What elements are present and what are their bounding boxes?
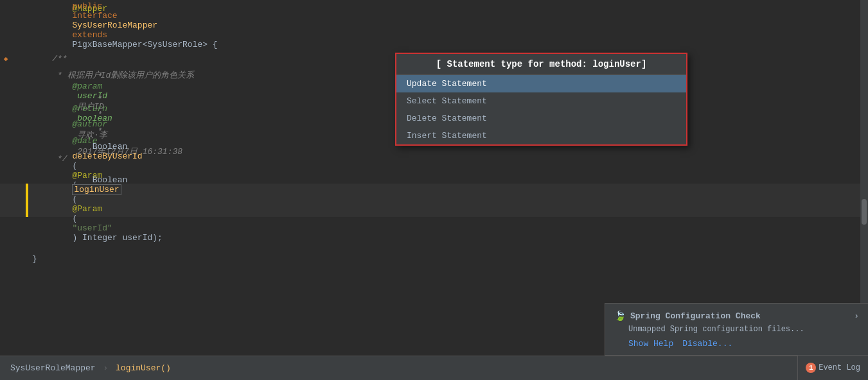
- line-content-15: [26, 238, 37, 247]
- breadcrumb-method: loginUser(): [116, 363, 171, 373]
- line-content-16: }: [26, 254, 37, 264]
- type-boolean-13: Boolean: [72, 175, 132, 185]
- spring-actions-row: Show Help Disable...: [614, 339, 859, 349]
- code-line-13: Boolean loginUser ( @Param ( "userId" ) …: [0, 200, 868, 217]
- spring-notification-panel: 🍃 Spring Configuration Check › Unmapped …: [605, 303, 868, 356]
- gutter-marker-4: ◆: [0, 50, 12, 67]
- line-content-3: [26, 37, 37, 47]
- method-delete: deleteByUserId: [72, 151, 142, 161]
- kw-public: public: [72, 1, 107, 11]
- spring-title-row: 🍃 Spring Configuration Check: [614, 310, 761, 322]
- spring-expand-icon[interactable]: ›: [854, 311, 859, 321]
- kw-interface: interface: [72, 11, 122, 21]
- interface-name: SysUserRoleMapper: [72, 21, 162, 30]
- event-log-badge: 1: [806, 363, 816, 373]
- line-content-14: [26, 221, 37, 230]
- method-login-highlighted: loginUser: [72, 184, 121, 195]
- spring-title-text: Spring Configuration Check: [630, 311, 761, 321]
- event-log-label: Event Log: [819, 363, 860, 372]
- code-line-2: public interface SysUserRoleMapper exten…: [0, 17, 868, 33]
- spring-leaf-icon: 🍃: [614, 310, 626, 322]
- param-ann-13: @Param: [72, 204, 102, 214]
- scrollbar-thumb[interactable]: [862, 199, 867, 225]
- comment-prefix-6: *: [72, 72, 107, 82]
- spring-description: Unmapped Spring configuration files...: [614, 325, 859, 334]
- popup-item-delete[interactable]: Delete Statement: [396, 110, 686, 127]
- event-log-button[interactable]: 1 Event Log: [797, 356, 868, 380]
- code-editor: @Mapper public interface SysUserRoleMapp…: [0, 0, 868, 380]
- code-line-16: }: [0, 250, 868, 267]
- status-bar: SysUserRoleMapper › loginUser() 1 Event …: [0, 356, 868, 380]
- breadcrumb-class: SysUserRoleMapper: [10, 363, 96, 373]
- breadcrumb: SysUserRoleMapper › loginUser(): [10, 363, 171, 373]
- breadcrumb-separator: ›: [103, 363, 113, 373]
- spring-notification-header: 🍃 Spring Configuration Check ›: [614, 310, 859, 322]
- code-area: @Mapper public interface SysUserRoleMapp…: [0, 0, 868, 356]
- show-help-link[interactable]: Show Help: [628, 339, 673, 349]
- disable-link[interactable]: Disable...: [682, 339, 732, 349]
- vertical-scrollbar[interactable]: [860, 0, 868, 331]
- code-line-14: [0, 217, 868, 234]
- code-line-15: [0, 234, 868, 250]
- params-13: (: [72, 194, 77, 204]
- popup-item-select[interactable]: Select Statement: [396, 92, 686, 110]
- popup-item-update[interactable]: Update Statement: [396, 75, 686, 92]
- type-boolean-11: Boolean: [72, 142, 132, 151]
- active-indicator-13: [26, 200, 28, 217]
- code-line-3: [0, 33, 868, 50]
- popup-title: [ Statement type for method: loginUser]: [396, 54, 686, 75]
- statement-type-popup: [ Statement type for method: loginUser] …: [395, 53, 687, 146]
- popup-item-insert[interactable]: Insert Statement: [396, 127, 686, 144]
